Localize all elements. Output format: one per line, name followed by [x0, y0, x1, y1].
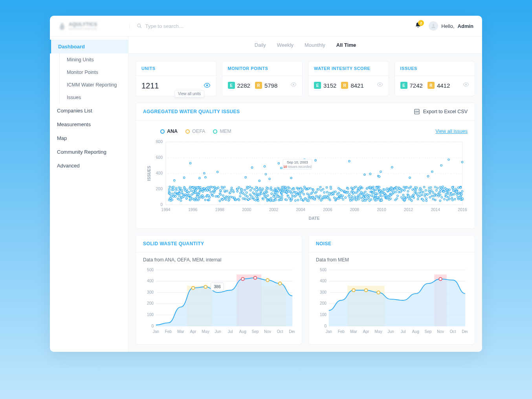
svg-point-549 — [356, 199, 357, 201]
svg-text:500: 500 — [147, 268, 154, 272]
stat-issues-title: ISSUES — [395, 61, 475, 76]
svg-point-366 — [283, 188, 285, 190]
svg-point-676 — [393, 191, 394, 193]
svg-point-425 — [302, 188, 303, 190]
user-menu[interactable]: Hello, Admin — [429, 21, 473, 31]
svg-point-190 — [215, 195, 217, 197]
svg-point-236 — [239, 195, 241, 197]
svg-point-153 — [203, 196, 204, 198]
sidebar-item-dashboard[interactable]: Dashboard — [50, 40, 128, 53]
svg-text:1994: 1994 — [161, 207, 171, 212]
svg-point-0 — [138, 24, 141, 27]
svg-point-303 — [265, 189, 267, 191]
svg-point-749 — [425, 189, 426, 191]
notification-count: 2 — [418, 20, 424, 26]
svg-point-787 — [444, 198, 445, 200]
svg-text:DATE: DATE — [309, 216, 320, 221]
sidebar-item-advanced[interactable]: Advanced — [50, 159, 128, 173]
sidebar-item-map[interactable]: Map — [50, 131, 128, 145]
svg-point-122 — [194, 192, 196, 193]
svg-point-371 — [284, 186, 286, 188]
svg-point-324 — [273, 196, 274, 197]
svg-point-418 — [300, 187, 301, 189]
stat-issues-r: 4412 — [437, 82, 450, 89]
svg-point-468 — [319, 186, 321, 188]
svg-point-244 — [244, 189, 246, 191]
eye-icon[interactable] — [290, 81, 297, 89]
view-all-issues-link[interactable]: View all issues — [435, 129, 468, 134]
notifications-button[interactable]: 2 — [415, 22, 422, 30]
svg-point-717 — [410, 186, 411, 188]
svg-point-196 — [219, 200, 220, 202]
eye-icon[interactable] — [204, 82, 211, 90]
svg-point-77 — [181, 189, 183, 191]
eye-icon[interactable] — [463, 81, 469, 89]
svg-point-419 — [300, 197, 301, 198]
sidebar-item-icmm[interactable]: ICMM Water Reporting — [61, 79, 128, 91]
logo: AQULYTICS ADMINISTRATION — [59, 22, 129, 31]
svg-point-793 — [445, 193, 447, 195]
eye-icon[interactable] — [377, 81, 383, 89]
svg-point-191 — [216, 171, 218, 173]
sidebar-item-issues[interactable]: Issues — [61, 91, 128, 104]
svg-point-624 — [378, 186, 380, 188]
svg-point-822 — [456, 190, 457, 192]
svg-point-631 — [380, 171, 382, 173]
search — [129, 23, 415, 29]
legend-ana[interactable]: ANA — [160, 129, 178, 134]
svg-text:2012: 2012 — [404, 207, 413, 212]
export-csv-button[interactable]: CSV Export to Excel CSV — [414, 108, 468, 115]
svg-point-194 — [217, 187, 219, 188]
svg-point-438 — [308, 200, 309, 202]
svg-text:2004: 2004 — [296, 207, 306, 212]
svg-point-686 — [396, 189, 398, 190]
svg-point-751 — [426, 198, 427, 199]
svg-point-752 — [427, 175, 429, 177]
svg-point-199 — [220, 194, 222, 195]
svg-point-656 — [387, 190, 388, 191]
sidebar-item-monitor-points[interactable]: Monitor Points — [61, 66, 128, 79]
svg-point-171 — [208, 199, 210, 201]
svg-point-527 — [348, 195, 349, 197]
svg-point-672 — [391, 166, 393, 168]
svg-point-161 — [205, 177, 206, 178]
svg-point-237 — [240, 192, 241, 194]
svg-point-262 — [251, 167, 253, 168]
topbar: AQULYTICS ADMINISTRATION 2 Hello, Admin — [50, 16, 482, 37]
sidebar-item-companies[interactable]: Companies List — [50, 104, 128, 118]
svg-text:Sep: Sep — [424, 329, 431, 334]
svg-point-709 — [407, 190, 409, 192]
logo-icon — [59, 22, 66, 30]
svg-point-71 — [179, 195, 180, 197]
tab-monthly[interactable]: Mounthly — [305, 42, 325, 48]
svg-point-758 — [429, 197, 431, 198]
svg-point-302 — [265, 196, 267, 197]
svg-text:2006: 2006 — [323, 207, 332, 212]
sidebar-item-measurements[interactable]: Measurements — [50, 118, 128, 131]
svg-point-693 — [402, 189, 403, 191]
svg-point-113 — [192, 193, 194, 194]
legend-oefa[interactable]: OEFA — [185, 129, 205, 134]
svg-point-286 — [259, 180, 260, 182]
svg-point-5 — [379, 84, 381, 85]
svg-point-882 — [241, 278, 244, 281]
svg-text:May: May — [202, 329, 210, 334]
svg-point-499 — [335, 198, 336, 200]
tab-all-time[interactable]: All Time — [336, 42, 356, 48]
tooltip-view-all-units: View all units — [174, 90, 204, 97]
svg-point-313 — [269, 178, 270, 180]
stat-issues-e: 7242 — [410, 82, 423, 89]
panel-waste-sub: Data from ANA, OEFA, MEM, internal — [136, 252, 302, 263]
svg-text:Jul: Jul — [228, 329, 233, 334]
sidebar-item-mining-units[interactable]: Mining Units — [61, 53, 128, 66]
svg-point-762 — [431, 195, 433, 197]
sidebar-item-community[interactable]: Community Reporting — [50, 145, 128, 159]
legend-mem[interactable]: MEM — [213, 129, 231, 134]
search-input[interactable] — [145, 23, 415, 29]
svg-point-879 — [204, 285, 207, 289]
svg-point-480 — [326, 187, 327, 188]
svg-point-464 — [318, 188, 319, 190]
tab-daily[interactable]: Daily — [255, 42, 266, 48]
svg-point-218 — [230, 196, 231, 198]
tab-weekly[interactable]: Weekly — [277, 42, 294, 48]
